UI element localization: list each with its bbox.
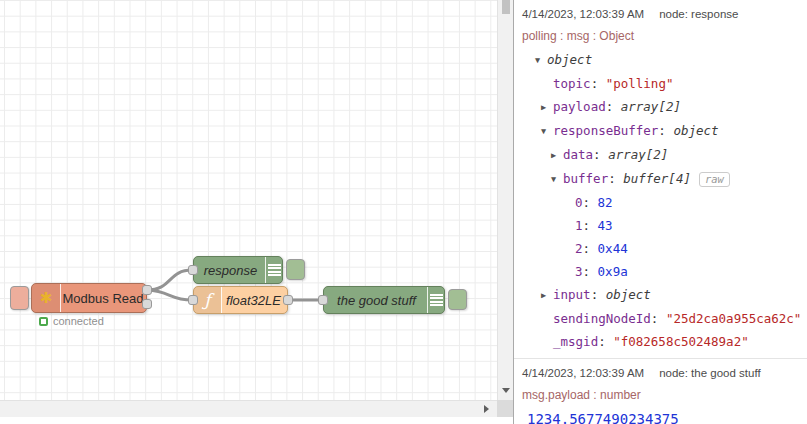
horizontal-scrollbar[interactable] xyxy=(0,400,497,417)
tree-row: topic: "polling" xyxy=(522,72,799,95)
debug-message: 4/14/2023, 12:03:39 AMnode: the good stu… xyxy=(514,359,807,424)
modbus-icon: ✱ xyxy=(32,284,61,312)
tree-row: 3: 0x9a xyxy=(522,260,799,283)
vertical-scrollbar-thumb[interactable] xyxy=(502,0,510,14)
expand-toggle-icon[interactable]: ▼ xyxy=(541,120,553,143)
message-path: polling : msg : Object xyxy=(522,29,799,43)
function-f-icon: ƒ xyxy=(204,290,210,310)
tree-row[interactable]: ▼buffer: buffer[4]raw xyxy=(522,167,799,191)
tree-row: 0: 82 xyxy=(522,191,799,214)
node-modbus-read[interactable]: ✱ Modbus Read xyxy=(31,283,147,313)
timestamp: 4/14/2023, 12:03:39 AM xyxy=(522,8,644,20)
tree-row: sendingNodeId: "25d2ca0a955ca62c" xyxy=(522,307,799,330)
tree-row: 2: 0x44 xyxy=(522,237,799,260)
node-label: float32LE xyxy=(222,287,285,313)
raw-button[interactable]: raw xyxy=(699,172,730,187)
node-the-good-stuff[interactable]: the good stuff xyxy=(323,286,445,314)
modbus-output-port-1[interactable] xyxy=(142,285,152,295)
tree-row: _msgid: "f082658c502489a2" xyxy=(522,330,799,353)
node-label: the good stuff xyxy=(326,287,427,313)
source-node-label: node: response xyxy=(659,8,738,20)
status-ring-icon xyxy=(39,317,48,326)
response-input-port[interactable] xyxy=(188,265,198,275)
modbus-node-button[interactable] xyxy=(10,286,29,310)
debug-message-meta: 4/14/2023, 12:03:39 AMnode: the good stu… xyxy=(522,367,799,379)
expand-toggle-icon[interactable]: ▶ xyxy=(551,144,563,167)
tree-row[interactable]: ▼responseBuffer: object xyxy=(522,119,799,143)
wires-layer xyxy=(0,0,497,400)
node-label: response xyxy=(196,257,265,283)
object-tree: ▼object topic: "polling" ▶payload: array… xyxy=(522,48,799,353)
tree-row: 1: 43 xyxy=(522,214,799,237)
tree-row[interactable]: ▶payload: array[2] xyxy=(522,95,799,119)
wire-modbus-to-response[interactable] xyxy=(147,270,192,290)
tree-row[interactable]: ▼object xyxy=(522,48,799,72)
node-label: Modbus Read xyxy=(62,284,144,312)
response-toggle-button[interactable] xyxy=(286,259,305,280)
expand-toggle-icon[interactable]: ▼ xyxy=(535,49,547,72)
node-response[interactable]: response xyxy=(193,256,283,284)
asterisk-icon: ✱ xyxy=(40,289,53,307)
payload-number-value: 1234.5677490234375 xyxy=(522,402,799,424)
debug-message: 4/14/2023, 12:03:39 AMnode: response pol… xyxy=(514,0,807,359)
wire-modbus-to-float32[interactable] xyxy=(147,290,192,300)
modbus-output-port-2[interactable] xyxy=(142,299,152,309)
goodstuff-input-port[interactable] xyxy=(318,295,328,305)
debug-bars-icon xyxy=(430,294,443,307)
node-red-window: ✱ Modbus Read connected response ƒ float… xyxy=(0,0,807,424)
timestamp: 4/14/2023, 12:03:39 AM xyxy=(522,367,644,379)
node-float32le[interactable]: ƒ float32LE xyxy=(193,286,288,314)
debug-bars-icon xyxy=(268,264,281,277)
float32-input-port[interactable] xyxy=(188,295,198,305)
message-path: msg.payload : number xyxy=(522,388,799,402)
vertical-scrollbar[interactable] xyxy=(497,0,513,400)
flow-canvas[interactable]: ✱ Modbus Read connected response ƒ float… xyxy=(0,0,497,400)
debug-sidebar[interactable]: 4/14/2023, 12:03:39 AMnode: response pol… xyxy=(513,0,807,424)
function-icon: ƒ xyxy=(194,287,222,313)
expand-toggle-icon[interactable]: ▶ xyxy=(541,284,553,307)
scroll-right-arrow-icon[interactable] xyxy=(484,405,489,413)
tree-row[interactable]: ▶input: object xyxy=(522,283,799,307)
source-node-label: node: the good stuff xyxy=(659,367,760,379)
tree-row[interactable]: ▶data: array[2] xyxy=(522,143,799,167)
scroll-down-arrow-icon[interactable] xyxy=(502,388,510,393)
debug-icon xyxy=(427,287,444,313)
debug-icon xyxy=(265,257,282,283)
scrollbar-corner xyxy=(497,400,513,417)
debug-message-meta: 4/14/2023, 12:03:39 AMnode: response xyxy=(522,8,799,20)
float32-output-port[interactable] xyxy=(283,295,293,305)
modbus-status: connected xyxy=(39,315,104,327)
goodstuff-toggle-button[interactable] xyxy=(448,289,467,310)
status-label: connected xyxy=(53,315,104,327)
expand-toggle-icon[interactable]: ▶ xyxy=(541,96,553,119)
expand-toggle-icon[interactable]: ▼ xyxy=(551,168,563,191)
